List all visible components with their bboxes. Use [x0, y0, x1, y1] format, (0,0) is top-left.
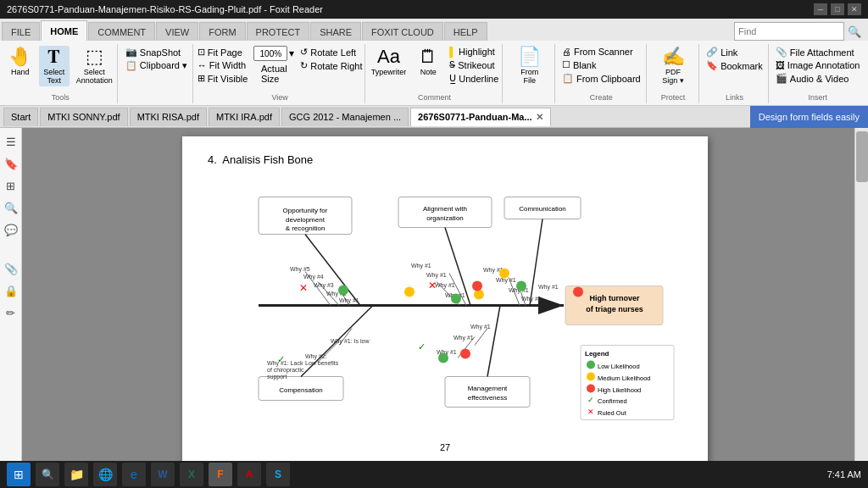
fit-visible-button[interactable]: ⊞ Fit Visible [195, 72, 250, 85]
vertical-scrollbar[interactable] [854, 128, 868, 488]
svg-text:Legend: Legend [585, 350, 609, 358]
tab-help[interactable]: HELP [444, 22, 487, 41]
start-button[interactable]: ⊞ [7, 463, 31, 486]
strikeout-icon: S̶ [449, 59, 455, 70]
minimize-button[interactable]: ─ [814, 3, 827, 15]
security-sidebar[interactable]: 🔒 [3, 282, 19, 299]
fit-width-button[interactable]: ↔ Fit Width [195, 59, 250, 71]
blank-button[interactable]: ☐ Blank [559, 58, 643, 71]
close-tab-icon[interactable]: ✕ [536, 112, 543, 123]
tab-file[interactable]: FILE [2, 22, 40, 41]
pdf-button[interactable]: A [237, 463, 261, 486]
file-explorer-button[interactable]: 📁 [64, 463, 88, 486]
link-button[interactable]: 🔗 Link [704, 46, 765, 58]
scroll-thumb[interactable] [856, 131, 868, 182]
close-button[interactable]: ✕ [848, 3, 861, 15]
fishbone-diagram: High turnover of triage nurses Opportuni… [208, 178, 682, 432]
doc-tab-risa[interactable]: MTKI RISA.pdf [130, 108, 207, 126]
word-icon: W [158, 469, 167, 480]
zoom-dropdown-icon[interactable]: ▾ [289, 47, 294, 59]
svg-text:Opportunity for: Opportunity for [283, 207, 328, 214]
comment-sidebar[interactable]: 💬 [3, 221, 19, 238]
search-sidebar[interactable]: 🔍 [3, 199, 19, 216]
rotate-right-button[interactable]: ↻ Rotate Right [298, 59, 364, 72]
pdf-sign-button[interactable]: ✍ PDFSign ▾ [658, 46, 688, 86]
audio-video-button[interactable]: 🎬 Audio & Video [773, 72, 863, 85]
doc-tab-panduan[interactable]: 2676S0771-Panduan-Ma... ✕ [410, 108, 551, 126]
typewriter-button[interactable]: Aa Typewriter [368, 46, 410, 78]
doc-tab-start[interactable]: Start [3, 108, 38, 126]
svg-text:Why #2:: Why #2: [305, 353, 327, 360]
doc-tab-gcg[interactable]: GCG 2012 - Manajemen ... [281, 108, 409, 126]
foxit-button[interactable]: F [209, 463, 232, 486]
tab-comment[interactable]: COMMENT [88, 22, 155, 41]
excel-icon: X [188, 469, 195, 480]
skype-button[interactable]: S [266, 463, 290, 486]
tab-share[interactable]: SHARE [310, 22, 361, 41]
hand-tool-button[interactable]: 🤚 Hand [5, 46, 36, 78]
typewriter-icon: Aa [377, 47, 400, 66]
taskbar-time: 7:41 AM [827, 469, 861, 480]
excel-button[interactable]: X [180, 463, 203, 486]
attachment-sidebar[interactable]: 📎 [3, 260, 19, 277]
hand-tool-sidebar[interactable]: ☰ [3, 133, 19, 150]
doc-tab-sonny[interactable]: MTKI SONNY.pdf [40, 108, 127, 126]
tab-home[interactable]: HOME [41, 20, 87, 41]
svg-point-70 [573, 287, 583, 297]
ribbon-group-create: 🖨 From Scanner ☐ Blank 📋 From Clipboard … [557, 44, 646, 103]
svg-text:Why #1: Lack: Why #1: Lack [267, 360, 303, 367]
svg-rect-20 [445, 377, 530, 408]
strikeout-button[interactable]: S̶ Strikeout [447, 58, 501, 71]
fit-page-button[interactable]: ⊡ Fit Page [195, 46, 250, 58]
tab-view[interactable]: VIEW [156, 22, 198, 41]
svg-point-61 [451, 294, 461, 304]
bookmark-button[interactable]: 🔖 Bookmark [704, 59, 765, 72]
highlight-icon: ▌ [449, 47, 456, 57]
maximize-button[interactable]: □ [831, 3, 844, 15]
tab-foxit-cloud[interactable]: FOXIT CLOUD [362, 22, 443, 41]
note-button[interactable]: 🗒 Note [413, 46, 443, 78]
snapshot-button[interactable]: 📷 SnapShot [123, 46, 190, 58]
design-form-button[interactable]: Design form fields easily [750, 106, 868, 128]
zoom-input[interactable] [253, 46, 287, 61]
svg-text:Why #1: Why #1 [538, 284, 559, 291]
taskbar: ⊞ 🔍 📁 🌐 e W X F A S 7:41 AM [0, 461, 868, 488]
search-icon[interactable]: 🔍 [848, 25, 861, 38]
svg-text:Medium Likelihood: Medium Likelihood [598, 374, 651, 382]
actual-size-button[interactable]: ActualSize [259, 63, 290, 85]
svg-text:Why #4: Why #4 [303, 274, 324, 280]
from-scanner-button[interactable]: 🖨 From Scanner [559, 46, 643, 58]
doc-tab-ira[interactable]: MTKI IRA.pdf [209, 108, 280, 126]
svg-text:Management: Management [468, 385, 508, 392]
fit-width-icon: ↔ [198, 60, 207, 70]
tab-form[interactable]: FORM [199, 22, 245, 41]
from-clipboard-button[interactable]: 📋 From Clipboard [559, 72, 643, 85]
search-taskbar-button[interactable]: 🔍 [36, 463, 59, 486]
image-annotation-button[interactable]: 🖼 Image Annotation [773, 59, 863, 71]
pdf-sign-icon: ✍ [662, 47, 685, 66]
from-file-button[interactable]: 📄 FromFile [515, 46, 545, 86]
svg-rect-10 [398, 197, 492, 228]
thumbnail-sidebar[interactable]: ⊞ [3, 177, 19, 194]
underline-button[interactable]: U̲ Underline [447, 72, 501, 85]
ie-button[interactable]: e [122, 463, 146, 486]
file-attachment-button[interactable]: 📎 File Attachment [773, 46, 863, 58]
select-annotation-button[interactable]: ⬚ SelectAnnotation [73, 46, 116, 86]
highlight-button[interactable]: ▌ Highlight [447, 46, 501, 58]
rotate-left-button[interactable]: ↺ Rotate Left [298, 46, 364, 58]
tab-protect[interactable]: PROTECT [247, 22, 310, 41]
select-text-button[interactable]: 𝐓 SelectText [39, 46, 70, 86]
svg-text:Compensation: Compensation [279, 386, 323, 394]
edit-sidebar[interactable]: ✏ [3, 304, 19, 321]
bookmark-sidebar[interactable]: 🔖 [3, 155, 19, 172]
svg-point-63 [438, 353, 448, 363]
svg-point-80 [587, 385, 595, 393]
chrome-button[interactable]: 🌐 [93, 463, 117, 486]
svg-text:Why #1: Why #1 [521, 296, 542, 302]
clipboard-button[interactable]: 📋 Clipboard ▾ [123, 59, 190, 72]
search-input[interactable] [734, 22, 844, 41]
word-button[interactable]: W [151, 463, 175, 486]
svg-text:Why #5: Why #5 [290, 266, 310, 273]
blank-icon: ☐ [562, 59, 570, 70]
pdf-icon: A [246, 469, 253, 480]
